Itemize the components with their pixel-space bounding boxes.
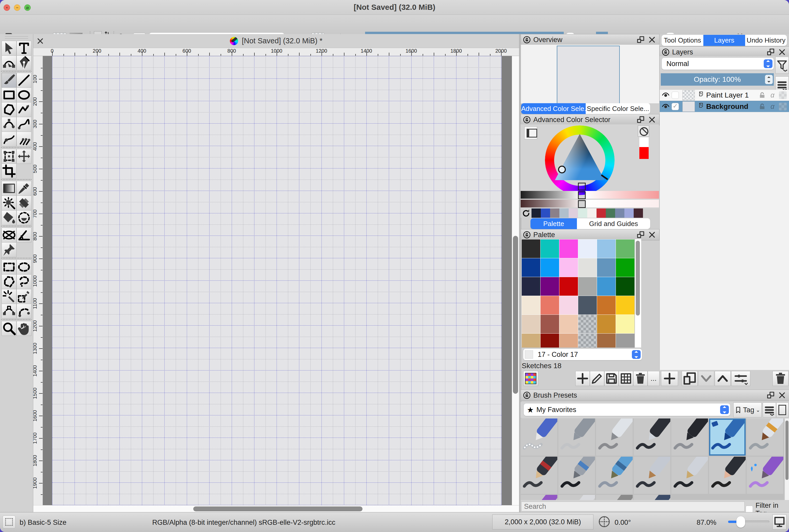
close-docker-icon[interactable] <box>648 36 656 44</box>
layer-visibility-icon[interactable] <box>662 91 670 99</box>
history-color-swatch[interactable] <box>587 208 597 218</box>
tab-advanced-color-selector[interactable]: Advanced Color Sele... <box>521 103 586 114</box>
zoom-slider[interactable] <box>728 521 769 523</box>
close-docker-icon[interactable] <box>648 116 656 124</box>
palette-scrollbar[interactable] <box>635 239 641 348</box>
tab-undo-history[interactable]: Undo History <box>745 35 787 46</box>
move-layer-up-button[interactable] <box>715 371 731 386</box>
history-color-swatch[interactable] <box>532 208 541 218</box>
brush-preset-tile[interactable] <box>709 418 746 456</box>
float-docker-icon[interactable] <box>636 231 645 239</box>
tool-reference-images[interactable] <box>2 242 17 257</box>
tool-move[interactable] <box>17 149 32 164</box>
palette-swatch[interactable] <box>597 240 616 258</box>
canvas-vertical-scrollbar[interactable] <box>512 56 519 505</box>
tool-fill[interactable] <box>2 210 17 225</box>
lock-icon[interactable] <box>523 231 531 239</box>
tool-bezier-selection[interactable] <box>2 304 17 319</box>
tool-rectangular-selection[interactable] <box>2 260 17 274</box>
tool-polygon[interactable] <box>2 102 17 117</box>
palette-swatch[interactable] <box>616 277 634 296</box>
tool-freehand-path[interactable] <box>17 117 32 132</box>
tab-layers[interactable]: Layers <box>703 35 745 46</box>
layer-visibility-icon[interactable] <box>662 103 670 110</box>
tool-contiguous-selection[interactable] <box>2 289 17 304</box>
tool-magnetic-selection[interactable] <box>17 304 32 319</box>
brush-preset-tile[interactable] <box>558 418 595 456</box>
palette-swatch[interactable] <box>522 296 540 315</box>
delete-layer-button[interactable] <box>772 371 788 386</box>
brush-preset-tile[interactable] <box>634 495 670 500</box>
palette-swatch[interactable] <box>559 258 578 277</box>
palette-swatch[interactable] <box>522 258 540 277</box>
brush-preset-tile[interactable] <box>747 418 783 456</box>
float-docker-icon[interactable] <box>636 36 645 44</box>
tool-gradient[interactable] <box>2 181 17 196</box>
layer-properties-button[interactable] <box>731 371 750 386</box>
tool-elliptical-selection[interactable] <box>17 260 32 274</box>
tool-crop[interactable] <box>2 164 17 178</box>
palette-swatch[interactable] <box>616 240 634 258</box>
search-input[interactable] <box>521 501 745 511</box>
tool-freehand-selection[interactable] <box>17 274 32 289</box>
palette-swatch[interactable] <box>559 334 578 348</box>
brush-presets-scrollbar[interactable] <box>785 418 789 500</box>
strip-color-swatch[interactable] <box>639 137 649 147</box>
gradient-handle[interactable] <box>578 191 586 199</box>
palette-swatch[interactable] <box>559 296 578 315</box>
tool-color-sampler[interactable] <box>17 181 32 196</box>
layer-thumbnail[interactable] <box>682 90 695 100</box>
close-docker-icon[interactable] <box>778 391 786 399</box>
inherit-alpha-icon[interactable] <box>779 103 787 110</box>
overview-preview-area[interactable] <box>521 44 659 104</box>
palette-swatch[interactable] <box>578 334 597 348</box>
canvas[interactable] <box>52 56 502 505</box>
layer-row-paint-layer-1[interactable]: Paint Layer 1 α <box>660 90 789 101</box>
gradient-handle[interactable] <box>578 183 586 190</box>
tool-assistants[interactable] <box>2 228 17 243</box>
tool-pan[interactable] <box>17 321 32 336</box>
add-swatch-button[interactable] <box>575 371 590 386</box>
tab-grid-and-guides[interactable]: Grid and Guides <box>577 218 650 229</box>
tool-similar-color-selection[interactable] <box>17 289 32 304</box>
palette-swatch[interactable] <box>541 277 559 296</box>
refresh-history-icon[interactable] <box>521 208 532 218</box>
lock-icon[interactable] <box>523 36 531 44</box>
palette-swatch[interactable] <box>559 315 578 333</box>
history-color-swatch[interactable] <box>634 208 643 218</box>
rotation-compass-icon[interactable] <box>598 515 611 528</box>
history-color-swatch[interactable] <box>578 208 587 218</box>
tab-specific-color-selector[interactable]: Specific Color Sele... <box>586 103 650 114</box>
tool-patterns[interactable] <box>2 195 17 211</box>
tool-bezier-curve[interactable] <box>2 117 17 132</box>
layer-checkbox[interactable] <box>672 92 679 99</box>
tool-ellipse[interactable] <box>17 88 32 102</box>
brush-preset-tile[interactable] <box>596 418 633 456</box>
choose-palette-button[interactable] <box>523 371 538 386</box>
no-color-button[interactable] <box>638 126 649 137</box>
float-docker-icon[interactable] <box>767 48 775 56</box>
layer-filter-button[interactable] <box>775 57 789 74</box>
history-color-swatch[interactable] <box>624 208 634 218</box>
palette-grid-button[interactable] <box>619 371 633 386</box>
tint-gradient-bar[interactable] <box>585 191 659 199</box>
brush-preset-tile[interactable] <box>596 457 633 494</box>
tool-edit-shapes[interactable] <box>2 55 17 71</box>
palette-swatch[interactable] <box>522 334 540 348</box>
tool-select-shapes[interactable] <box>2 41 17 56</box>
history-color-swatch[interactable] <box>541 208 550 218</box>
layer-lock-icon[interactable] <box>758 91 766 99</box>
history-color-swatch[interactable] <box>559 208 569 218</box>
brush-preset-tile[interactable] <box>521 457 557 494</box>
lock-icon[interactable] <box>523 392 531 399</box>
palette-swatch[interactable] <box>541 296 559 315</box>
lock-icon[interactable] <box>662 48 670 56</box>
shade-gradient-bar[interactable] <box>521 200 578 207</box>
close-docker-icon[interactable] <box>648 231 656 239</box>
palette-swatch[interactable] <box>597 277 616 296</box>
delete-swatch-button[interactable] <box>633 371 648 386</box>
palette-swatch[interactable] <box>522 315 540 333</box>
layer-row-background[interactable]: Background α <box>660 101 789 112</box>
tool-text[interactable] <box>17 41 32 56</box>
history-color-swatch[interactable] <box>606 208 615 218</box>
